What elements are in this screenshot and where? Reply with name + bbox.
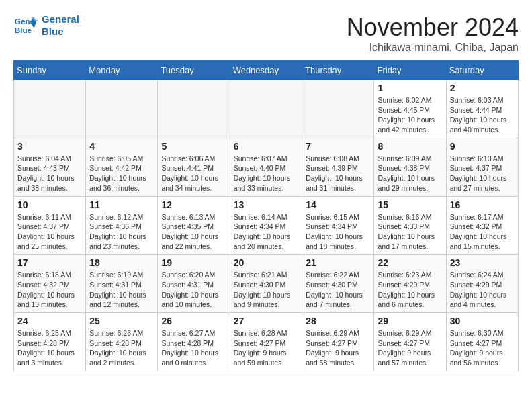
day-number: 24: [17, 316, 82, 326]
day-info: Sunrise: 6:24 AM Sunset: 4:29 PM Dayligh…: [450, 270, 515, 310]
weekday-header-tuesday: Tuesday: [158, 61, 230, 80]
calendar-cell: [86, 80, 158, 138]
day-info: Sunrise: 6:27 AM Sunset: 4:28 PM Dayligh…: [161, 328, 226, 368]
calendar-cell: 30Sunrise: 6:30 AM Sunset: 4:27 PM Dayli…: [446, 313, 518, 371]
day-number: 25: [89, 316, 154, 326]
day-info: Sunrise: 6:04 AM Sunset: 4:43 PM Dayligh…: [17, 154, 82, 193]
day-info: Sunrise: 6:29 AM Sunset: 4:27 PM Dayligh…: [378, 328, 442, 368]
day-number: 19: [161, 257, 226, 268]
calendar-cell: 1Sunrise: 6:02 AM Sunset: 4:45 PM Daylig…: [374, 80, 446, 138]
calendar-cell: 7Sunrise: 6:08 AM Sunset: 4:39 PM Daylig…: [302, 138, 374, 196]
week-row-2: 3Sunrise: 6:04 AM Sunset: 4:43 PM Daylig…: [14, 138, 519, 196]
day-number: 21: [306, 257, 370, 268]
calendar-cell: 15Sunrise: 6:16 AM Sunset: 4:33 PM Dayli…: [374, 196, 446, 255]
page-header: General Blue General Blue November 2024 …: [13, 13, 519, 54]
day-number: 5: [161, 141, 226, 152]
day-info: Sunrise: 6:26 AM Sunset: 4:28 PM Dayligh…: [89, 328, 154, 368]
week-row-4: 17Sunrise: 6:18 AM Sunset: 4:32 PM Dayli…: [14, 255, 519, 313]
calendar-cell: 5Sunrise: 6:06 AM Sunset: 4:41 PM Daylig…: [158, 138, 230, 196]
day-number: 20: [234, 257, 299, 268]
day-number: 27: [234, 316, 299, 326]
week-row-1: 1Sunrise: 6:02 AM Sunset: 4:45 PM Daylig…: [14, 80, 519, 138]
calendar-cell: 19Sunrise: 6:20 AM Sunset: 4:31 PM Dayli…: [158, 255, 230, 313]
day-number: 29: [378, 316, 442, 326]
calendar-cell: 23Sunrise: 6:24 AM Sunset: 4:29 PM Dayli…: [446, 255, 518, 313]
weekday-header-saturday: Saturday: [446, 61, 518, 80]
logo-icon: General Blue: [13, 13, 38, 38]
weekday-header-friday: Friday: [374, 61, 446, 80]
week-row-5: 24Sunrise: 6:25 AM Sunset: 4:28 PM Dayli…: [14, 313, 519, 371]
calendar-cell: 18Sunrise: 6:19 AM Sunset: 4:31 PM Dayli…: [86, 255, 158, 313]
day-info: Sunrise: 6:06 AM Sunset: 4:41 PM Dayligh…: [161, 154, 226, 193]
day-number: 10: [17, 199, 82, 210]
day-number: 23: [450, 257, 515, 268]
day-number: 1: [378, 83, 442, 93]
day-number: 6: [234, 141, 299, 152]
day-number: 7: [306, 141, 370, 152]
day-info: Sunrise: 6:25 AM Sunset: 4:28 PM Dayligh…: [17, 328, 82, 368]
logo: General Blue General Blue: [13, 13, 79, 38]
calendar-cell: 14Sunrise: 6:15 AM Sunset: 4:34 PM Dayli…: [302, 196, 374, 255]
calendar-cell: 22Sunrise: 6:23 AM Sunset: 4:29 PM Dayli…: [374, 255, 446, 313]
day-info: Sunrise: 6:10 AM Sunset: 4:37 PM Dayligh…: [450, 154, 515, 193]
day-number: 3: [17, 141, 82, 152]
day-info: Sunrise: 6:22 AM Sunset: 4:30 PM Dayligh…: [306, 270, 370, 310]
title-area: November 2024 Ichikawa-minami, Chiba, Ja…: [347, 13, 519, 54]
day-number: 9: [450, 141, 515, 152]
calendar-cell: 29Sunrise: 6:29 AM Sunset: 4:27 PM Dayli…: [374, 313, 446, 371]
calendar-cell: 17Sunrise: 6:18 AM Sunset: 4:32 PM Dayli…: [14, 255, 86, 313]
calendar-cell: 2Sunrise: 6:03 AM Sunset: 4:44 PM Daylig…: [446, 80, 518, 138]
day-number: 14: [306, 199, 370, 210]
day-info: Sunrise: 6:11 AM Sunset: 4:37 PM Dayligh…: [17, 212, 82, 252]
weekday-header-wednesday: Wednesday: [230, 61, 302, 80]
day-info: Sunrise: 6:20 AM Sunset: 4:31 PM Dayligh…: [161, 270, 226, 310]
calendar-cell: 9Sunrise: 6:10 AM Sunset: 4:37 PM Daylig…: [446, 138, 518, 196]
day-info: Sunrise: 6:09 AM Sunset: 4:38 PM Dayligh…: [378, 154, 442, 193]
calendar-table: SundayMondayTuesdayWednesdayThursdayFrid…: [13, 60, 519, 371]
calendar-cell: 20Sunrise: 6:21 AM Sunset: 4:30 PM Dayli…: [230, 255, 302, 313]
calendar-cell: 4Sunrise: 6:05 AM Sunset: 4:42 PM Daylig…: [86, 138, 158, 196]
calendar-cell: [14, 80, 86, 138]
day-info: Sunrise: 6:03 AM Sunset: 4:44 PM Dayligh…: [450, 95, 515, 135]
day-number: 2: [450, 83, 515, 93]
day-info: Sunrise: 6:05 AM Sunset: 4:42 PM Dayligh…: [89, 154, 154, 193]
day-info: Sunrise: 6:13 AM Sunset: 4:35 PM Dayligh…: [161, 212, 226, 252]
calendar-cell: 26Sunrise: 6:27 AM Sunset: 4:28 PM Dayli…: [158, 313, 230, 371]
calendar-cell: 21Sunrise: 6:22 AM Sunset: 4:30 PM Dayli…: [302, 255, 374, 313]
calendar-cell: [230, 80, 302, 138]
day-number: 12: [161, 199, 226, 210]
calendar-cell: 12Sunrise: 6:13 AM Sunset: 4:35 PM Dayli…: [158, 196, 230, 255]
day-info: Sunrise: 6:23 AM Sunset: 4:29 PM Dayligh…: [378, 270, 442, 310]
weekday-header-row: SundayMondayTuesdayWednesdayThursdayFrid…: [14, 61, 519, 80]
day-number: 11: [89, 199, 154, 210]
day-info: Sunrise: 6:07 AM Sunset: 4:40 PM Dayligh…: [234, 154, 299, 193]
location: Ichikawa-minami, Chiba, Japan: [347, 42, 519, 54]
calendar-cell: 28Sunrise: 6:29 AM Sunset: 4:27 PM Dayli…: [302, 313, 374, 371]
day-number: 28: [306, 316, 370, 326]
calendar-cell: 8Sunrise: 6:09 AM Sunset: 4:38 PM Daylig…: [374, 138, 446, 196]
weekday-header-monday: Monday: [86, 61, 158, 80]
calendar-cell: 3Sunrise: 6:04 AM Sunset: 4:43 PM Daylig…: [14, 138, 86, 196]
day-info: Sunrise: 6:28 AM Sunset: 4:27 PM Dayligh…: [234, 328, 299, 368]
calendar-cell: 6Sunrise: 6:07 AM Sunset: 4:40 PM Daylig…: [230, 138, 302, 196]
calendar-cell: 11Sunrise: 6:12 AM Sunset: 4:36 PM Dayli…: [86, 196, 158, 255]
calendar-cell: [302, 80, 374, 138]
day-info: Sunrise: 6:12 AM Sunset: 4:36 PM Dayligh…: [89, 212, 154, 252]
calendar-cell: 16Sunrise: 6:17 AM Sunset: 4:32 PM Dayli…: [446, 196, 518, 255]
day-info: Sunrise: 6:08 AM Sunset: 4:39 PM Dayligh…: [306, 154, 370, 193]
day-info: Sunrise: 6:30 AM Sunset: 4:27 PM Dayligh…: [450, 328, 515, 368]
weekday-header-thursday: Thursday: [302, 61, 374, 80]
day-info: Sunrise: 6:19 AM Sunset: 4:31 PM Dayligh…: [89, 270, 154, 310]
day-number: 13: [234, 199, 299, 210]
calendar-cell: 24Sunrise: 6:25 AM Sunset: 4:28 PM Dayli…: [14, 313, 86, 371]
calendar-cell: 25Sunrise: 6:26 AM Sunset: 4:28 PM Dayli…: [86, 313, 158, 371]
day-number: 8: [378, 141, 442, 152]
month-title: November 2024: [347, 13, 519, 42]
calendar-cell: 13Sunrise: 6:14 AM Sunset: 4:34 PM Dayli…: [230, 196, 302, 255]
day-number: 26: [161, 316, 226, 326]
day-number: 16: [450, 199, 515, 210]
week-row-3: 10Sunrise: 6:11 AM Sunset: 4:37 PM Dayli…: [14, 196, 519, 255]
day-number: 18: [89, 257, 154, 268]
calendar-cell: [158, 80, 230, 138]
svg-text:Blue: Blue: [15, 26, 32, 34]
